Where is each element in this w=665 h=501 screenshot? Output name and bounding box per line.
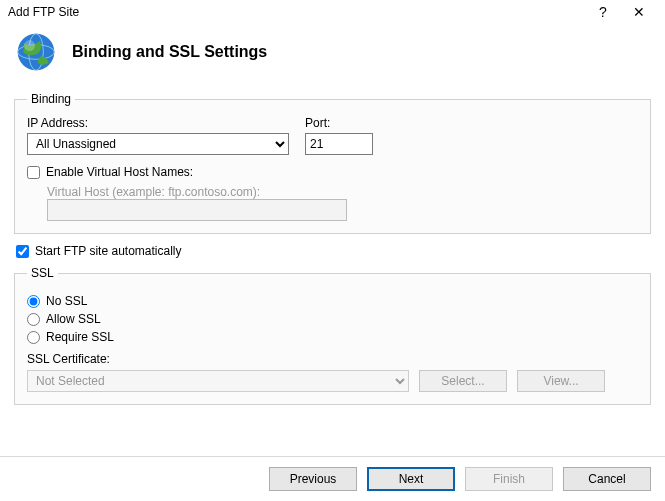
page-title: Binding and SSL Settings (72, 43, 267, 61)
globe-icon (14, 30, 58, 74)
start-automatically-checkbox[interactable] (16, 245, 29, 258)
port-label: Port: (305, 116, 373, 130)
view-certificate-button: View... (517, 370, 605, 392)
wizard-header: Binding and SSL Settings (0, 24, 665, 88)
cancel-button[interactable]: Cancel (563, 467, 651, 491)
no-ssl-label: No SSL (46, 294, 87, 308)
help-icon[interactable]: ? (585, 4, 621, 20)
wizard-footer: Previous Next Finish Cancel (0, 456, 665, 501)
select-certificate-button: Select... (419, 370, 507, 392)
start-automatically-label: Start FTP site automatically (35, 244, 182, 258)
enable-virtual-host-label: Enable Virtual Host Names: (46, 165, 193, 179)
binding-legend: Binding (27, 92, 75, 106)
virtual-host-label: Virtual Host (example: ftp.contoso.com): (47, 185, 638, 199)
ssl-certificate-label: SSL Certificate: (27, 352, 638, 366)
previous-button[interactable]: Previous (269, 467, 357, 491)
binding-group: Binding IP Address: All Unassigned Port:… (14, 92, 651, 234)
ip-address-label: IP Address: (27, 116, 289, 130)
require-ssl-radio[interactable] (27, 331, 40, 344)
ip-address-select[interactable]: All Unassigned (27, 133, 289, 155)
next-button[interactable]: Next (367, 467, 455, 491)
require-ssl-label: Require SSL (46, 330, 114, 344)
virtual-host-input (47, 199, 347, 221)
ssl-group: SSL No SSL Allow SSL Require SSL SSL Cer… (14, 266, 651, 405)
allow-ssl-label: Allow SSL (46, 312, 101, 326)
window-title: Add FTP Site (8, 5, 585, 19)
allow-ssl-radio[interactable] (27, 313, 40, 326)
enable-virtual-host-checkbox[interactable] (27, 166, 40, 179)
no-ssl-radio[interactable] (27, 295, 40, 308)
ssl-certificate-select: Not Selected (27, 370, 409, 392)
titlebar: Add FTP Site ? ✕ (0, 0, 665, 24)
ssl-legend: SSL (27, 266, 58, 280)
svg-point-3 (24, 40, 35, 51)
close-icon[interactable]: ✕ (621, 4, 657, 20)
content-area: Binding IP Address: All Unassigned Port:… (0, 88, 665, 405)
port-input[interactable] (305, 133, 373, 155)
finish-button: Finish (465, 467, 553, 491)
